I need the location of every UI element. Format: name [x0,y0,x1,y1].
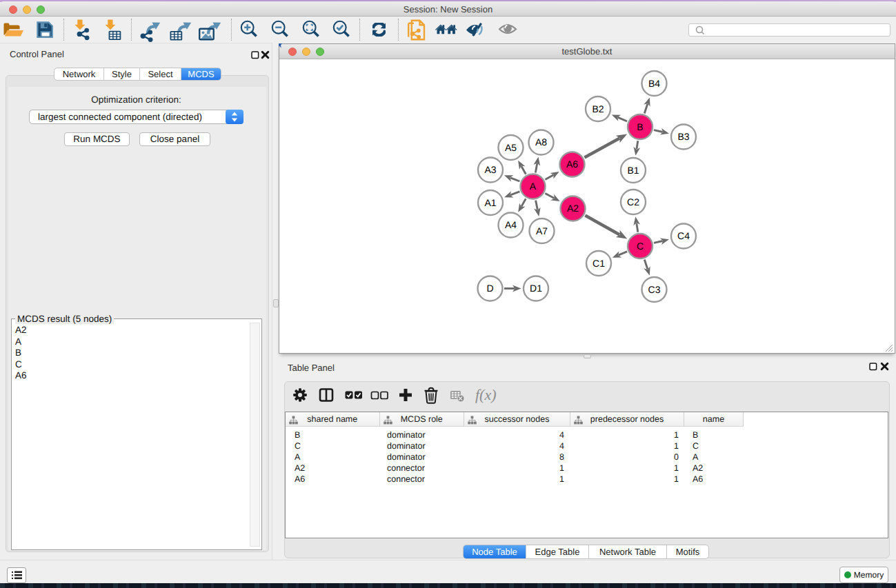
svg-text:B3: B3 [677,131,689,142]
svg-text:A6: A6 [566,159,578,170]
svg-text:A4: A4 [505,219,517,230]
svg-text:B: B [637,121,643,132]
svg-text:A3: A3 [484,164,496,175]
svg-text:A1: A1 [484,197,496,208]
svg-text:C: C [637,241,644,252]
svg-text:C1: C1 [593,258,605,269]
svg-text:A8: A8 [535,136,547,148]
svg-text:A: A [530,181,537,192]
svg-text:D: D [486,283,493,294]
svg-text:B2: B2 [592,103,604,114]
svg-text:A7: A7 [536,225,548,236]
svg-text:C2: C2 [627,196,639,207]
svg-text:B4: B4 [648,78,660,89]
svg-text:B1: B1 [627,165,639,176]
svg-text:C4: C4 [677,230,690,241]
svg-text:A5: A5 [505,142,517,153]
svg-text:C3: C3 [648,284,661,295]
svg-text:A2: A2 [567,203,579,214]
svg-text:D1: D1 [530,283,542,294]
